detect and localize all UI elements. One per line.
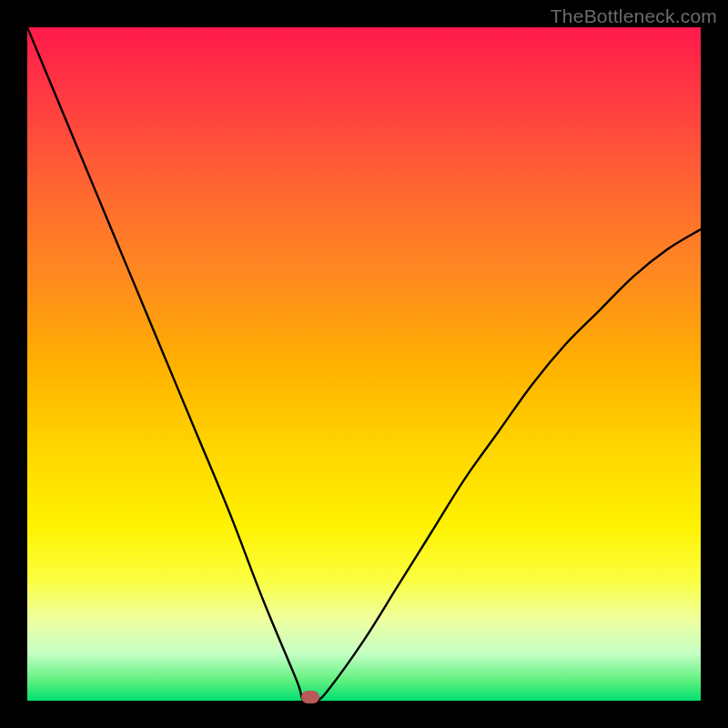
chart-frame: TheBottleneck.com bbox=[0, 0, 728, 728]
plot-area bbox=[27, 27, 701, 701]
bottleneck-curve bbox=[27, 27, 701, 701]
watermark-text: TheBottleneck.com bbox=[551, 5, 717, 27]
optimum-marker bbox=[301, 691, 319, 703]
